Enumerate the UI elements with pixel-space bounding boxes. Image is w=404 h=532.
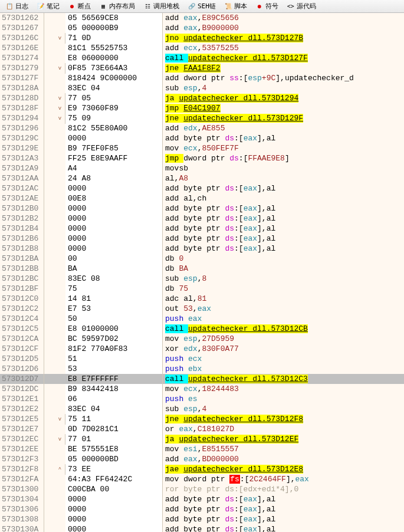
disasm-row[interactable]: 573D12AE00E8add al,ch <box>0 193 404 203</box>
address: 573D1304 <box>0 494 44 504</box>
address: 573D128F <box>0 103 44 113</box>
instruction: db 0 <box>163 254 404 264</box>
disasm-row[interactable]: 573D1300C00CBA 00ror byte ptr ds:[edx+ed… <box>0 484 404 494</box>
instruction: add byte ptr ds:[eax],al <box>163 203 404 214</box>
tab-seh[interactable]: 🔗SEH链 <box>183 1 220 12</box>
instruction: out 53,eax <box>163 304 404 314</box>
disasm-row[interactable]: 573D12BBBAdb BA <box>0 264 404 274</box>
disasm-row[interactable]: 573D12E70D 7D0281C1or eax,C181027D <box>0 424 404 434</box>
disasm-row[interactable]: 573D12B40000add byte ptr ds:[eax],al <box>0 224 404 234</box>
instruction: jne updatechecker_dll.573D12F8 <box>163 414 404 424</box>
instruction: add dword ptr ss:[esp+9C],updatechecker_… <box>163 73 404 83</box>
disasm-row[interactable]: 573D126E81C1 55525753add ecx,53575255 <box>0 43 404 53</box>
disasm-row[interactable]: 573D130A0000add byte ptr ds:[eax],al <box>0 524 404 532</box>
disasm-row[interactable]: 573D13080000add byte ptr ds:[eax],al <box>0 514 404 524</box>
address: 573D12AE <box>0 193 44 203</box>
address: 573D128D <box>0 93 44 103</box>
notes-icon: 📝 <box>37 2 45 11</box>
disasm-row[interactable]: 573D12F873 EEjae updatechecker_dll.573D1… <box>0 464 404 474</box>
disasm-row[interactable]: 573D128FE9 73060F89jmp E04C1907 <box>0 103 404 113</box>
disasm-row[interactable]: 573D128A83EC 04sub esp,4 <box>0 83 404 93</box>
instruction: add byte ptr ds:[eax],al <box>163 133 404 143</box>
bytes: A4 <box>65 163 163 173</box>
address: 573D12DC <box>0 384 44 394</box>
disasm-row[interactable]: 573D12B80000add byte ptr ds:[eax],al <box>0 244 404 254</box>
disasm-row[interactable]: 573D129C0000add byte ptr ds:[eax],al <box>0 133 404 143</box>
tab-log[interactable]: 📋日志 <box>1 1 32 12</box>
instruction: sub esp,4 <box>163 404 404 414</box>
disasm-row[interactable]: 573D12CF81F2 770A0F83xor edx,830F0A77 <box>0 344 404 354</box>
disasm-row[interactable]: 573D12B60000add byte ptr ds:[eax],al <box>0 234 404 244</box>
disasm-row[interactable]: 573D1274E8 06000000call updatechecker_dl… <box>0 53 404 63</box>
disasm-row[interactable]: 573D12EEBE 575551E8mov esi,E8515557 <box>0 444 404 454</box>
tab-source[interactable]: <>源代码 <box>283 1 320 12</box>
disasm-row[interactable]: 573D12C2E7 53out 53,eax <box>0 304 404 314</box>
disasm-row[interactable]: 573D12F305 000000BDadd eax,BD000000 <box>0 454 404 464</box>
bytes: B9 7FEF0F85 <box>65 143 163 153</box>
disasm-row[interactable]: 573D12C450push eax <box>0 314 404 324</box>
tab-src-label: 源代码 <box>297 2 316 11</box>
disasm-row[interactable]: 573D126705 000000B9add eax,B9000000 <box>0 23 404 33</box>
bytes: FF25 E8E9AAFF <box>65 153 163 163</box>
tab-symbols[interactable]: ●符号 <box>251 1 283 12</box>
address: 573D1296 <box>0 123 44 133</box>
disasm-row[interactable]: 573D12A3FF25 E8E9AAFFjmp dword ptr ds:[F… <box>0 153 404 163</box>
bytes: 83EC 08 <box>65 274 163 284</box>
jump-arrow <box>55 434 65 445</box>
disasm-row[interactable]: 573D13060000add byte ptr ds:[eax],al <box>0 504 404 514</box>
address: 573D127F <box>0 73 44 83</box>
disasm-row[interactable]: 573D12D653push ebx <box>0 364 404 374</box>
bytes: B9 83442418 <box>65 384 163 394</box>
disasm-row[interactable]: 573D126C71 0Djno updatechecker_dll.573D1… <box>0 33 404 43</box>
disasm-row[interactable]: 573D12D551push ecx <box>0 354 404 364</box>
disasm-row[interactable]: 573D12AA24 A8al,A8 <box>0 173 404 183</box>
disasm-row[interactable]: 573D12C5E8 01000000call updatechecker_dl… <box>0 324 404 334</box>
disasm-row[interactable]: 573D12D7E8 E7FFFFFFcall updatechecker_dl… <box>0 374 404 384</box>
disasm-row[interactable]: 573D12C014 81adc al,81 <box>0 294 404 304</box>
instruction: xor edx,830F0A77 <box>163 344 404 354</box>
disasm-row[interactable]: 573D129475 09jne updatechecker_dll.573D1… <box>0 113 404 123</box>
instruction: add byte ptr ds:[eax],al <box>163 244 404 254</box>
disasm-row[interactable]: 573D12790F85 73E664A3jne FAA1F8F2 <box>0 63 404 73</box>
disasm-row[interactable]: 573D12BA00db 0 <box>0 254 404 264</box>
disasm-row[interactable]: 573D12A9A4movsb <box>0 163 404 173</box>
address: 573D12AC <box>0 183 44 193</box>
instruction: add byte ptr ds:[eax],al <box>163 234 404 244</box>
disasm-row[interactable]: 573D129EB9 7FEF0F85mov ecx,850FEF7F <box>0 143 404 153</box>
address: 573D12F8 <box>0 464 44 474</box>
address: 573D12CA <box>0 334 44 344</box>
disasm-row[interactable]: 573D128D77 05ja updatechecker_dll.573D12… <box>0 93 404 103</box>
disasm-row[interactable]: 573D12BF75db 75 <box>0 284 404 294</box>
disasm-row[interactable]: 573D13040000add byte ptr ds:[eax],al <box>0 494 404 504</box>
disasm-row[interactable]: 573D12FA64:A3 FF64242Cmov dword ptr fs:[… <box>0 474 404 484</box>
disasm-row[interactable]: 573D12AC0000add byte ptr ds:[eax],al <box>0 183 404 193</box>
instruction: push ecx <box>163 354 404 364</box>
tab-breakpoints[interactable]: ●断点 <box>64 1 95 12</box>
tab-callstack[interactable]: ☷调用堆栈 <box>139 1 183 12</box>
disasm-row[interactable]: 573D129681C2 55E80A00add edx,AE855 <box>0 123 404 133</box>
disassembly-view[interactable]: 573D126205 56569CE8add eax,E89C5656573D1… <box>0 13 404 532</box>
disasm-row[interactable]: 573D12CABC 59597D02mov esp,27D5959 <box>0 334 404 344</box>
address: 573D12E7 <box>0 424 44 434</box>
instruction: push ebx <box>163 364 404 374</box>
bytes: C00CBA 00 <box>65 484 163 494</box>
disasm-row[interactable]: 573D12E283EC 04sub esp,4 <box>0 404 404 414</box>
disasm-row[interactable]: 573D127F818424 9C000000add dword ptr ss:… <box>0 73 404 83</box>
tab-notes[interactable]: 📝笔记 <box>32 1 64 12</box>
tab-script[interactable]: 📜脚本 <box>220 1 251 12</box>
disasm-row[interactable]: 573D12B20000add byte ptr ds:[eax],al <box>0 214 404 224</box>
disasm-row[interactable]: 573D126205 56569CE8add eax,E89C5656 <box>0 13 404 23</box>
address: 573D1267 <box>0 23 44 33</box>
disasm-row[interactable]: 573D12BC83EC 08sub esp,8 <box>0 274 404 284</box>
disasm-row[interactable]: 573D12E106push es <box>0 394 404 404</box>
bytes: E8 E7FFFFFF <box>65 374 163 384</box>
disasm-row[interactable]: 573D12EC77 01ja updatechecker_dll.573D12… <box>0 434 404 444</box>
address: 573D12BB <box>0 264 44 274</box>
log-icon: 📋 <box>5 2 14 11</box>
disasm-row[interactable]: 573D12B00000add byte ptr ds:[eax],al <box>0 203 404 214</box>
instruction: adc al,81 <box>163 294 404 304</box>
tab-memory[interactable]: ▦内存布局 <box>95 1 139 12</box>
disasm-row[interactable]: 573D12E575 11jne updatechecker_dll.573D1… <box>0 414 404 424</box>
disasm-row[interactable]: 573D12DCB9 83442418mov ecx,18244483 <box>0 384 404 394</box>
address: 573D1279 <box>0 63 44 73</box>
